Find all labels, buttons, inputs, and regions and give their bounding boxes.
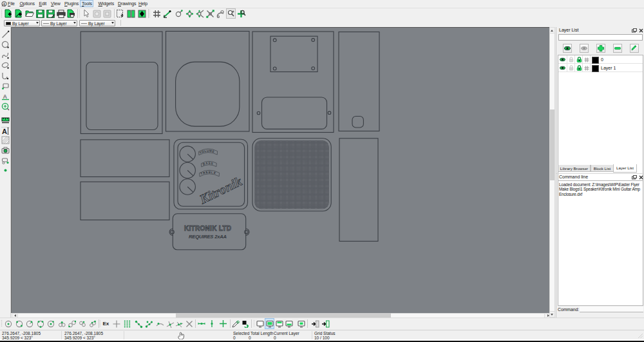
svg-text:A: A bbox=[2, 127, 7, 135]
svg-text:A: A bbox=[3, 93, 8, 100]
svg-text:KITRONIK LTD: KITRONIK LTD bbox=[184, 225, 231, 232]
svg-text:Kitronik: Kitronik bbox=[197, 173, 244, 206]
svg-text:VOLUME: VOLUME bbox=[199, 149, 215, 154]
svg-text:REQUIRES 2xAA: REQUIRES 2xAA bbox=[189, 234, 227, 240]
